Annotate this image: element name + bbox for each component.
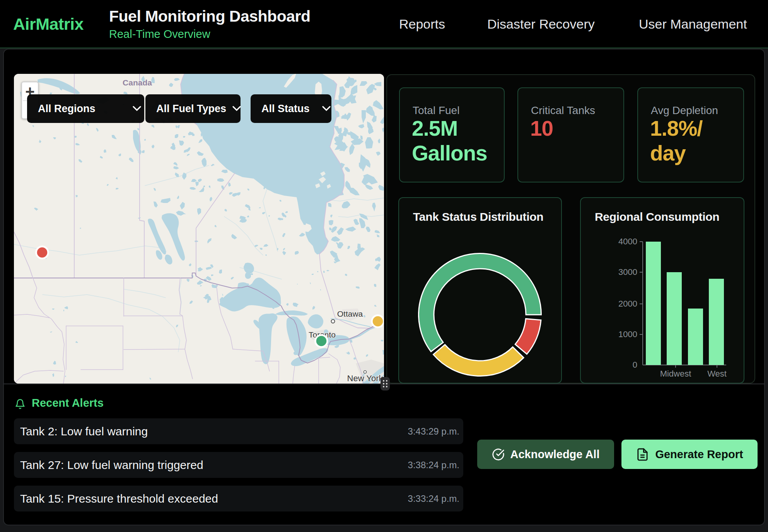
svg-text:2000: 2000 — [618, 299, 637, 309]
svg-text:Canada: Canada — [123, 78, 152, 87]
svg-text:1000: 1000 — [618, 329, 637, 339]
svg-text:Midwest: Midwest — [660, 369, 691, 379]
svg-text:0: 0 — [633, 360, 637, 370]
svg-text:West: West — [707, 369, 727, 379]
svg-text:New York: New York — [347, 373, 384, 383]
svg-text:3000: 3000 — [618, 267, 637, 277]
svg-text:Ottawa: Ottawa — [337, 309, 363, 318]
svg-text:4000: 4000 — [618, 237, 637, 246]
